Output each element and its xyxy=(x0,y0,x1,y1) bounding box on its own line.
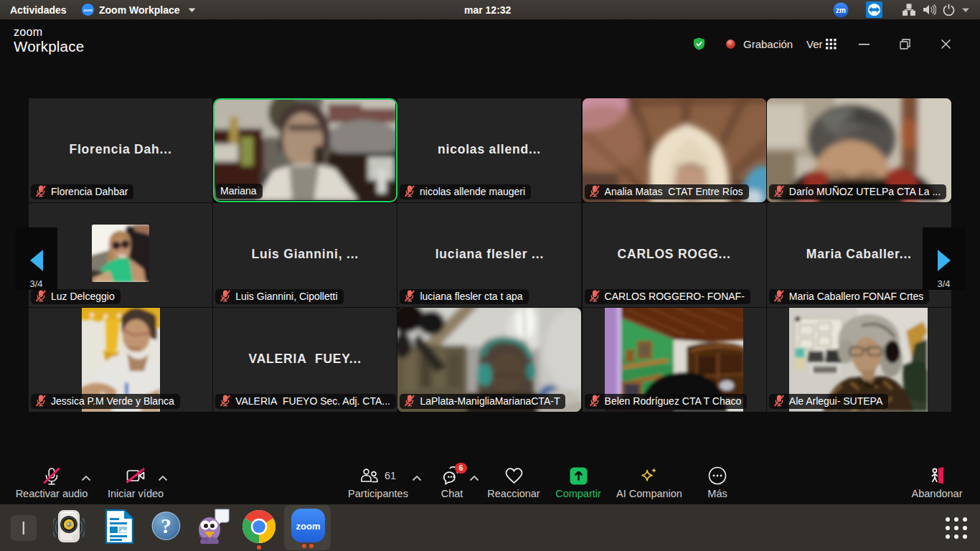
svg-text:zoom: zoom xyxy=(296,521,321,532)
svg-text:?: ? xyxy=(161,514,171,537)
svg-text:zm: zm xyxy=(836,6,846,14)
svg-text:zoom: zoom xyxy=(84,9,93,12)
